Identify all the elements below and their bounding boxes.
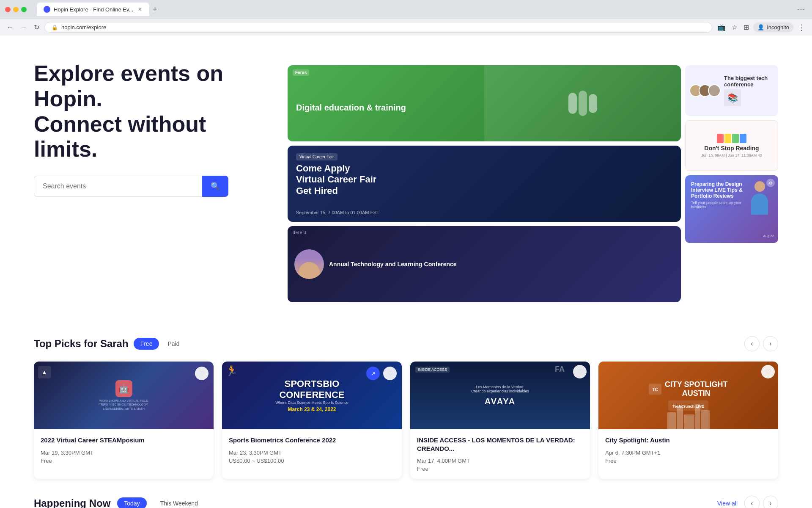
happening-now-title: Happening Now bbox=[34, 497, 110, 508]
event-card-sports[interactable]: SPORTSBIOCONFERENCE Where Data Science M… bbox=[222, 362, 402, 479]
inside-access-badge: INSIDE ACCESS bbox=[415, 367, 450, 373]
user-icon: 👤 bbox=[757, 24, 764, 30]
hero-card-digital-education[interactable]: Ferus Digital education & training bbox=[288, 65, 681, 141]
incognito-badge: 👤 Incognito bbox=[753, 22, 793, 32]
card-logo-detect: detect bbox=[293, 230, 307, 235]
hero-section: Explore events on Hopin. Connect without… bbox=[0, 36, 812, 319]
search-button[interactable]: 🔍 bbox=[202, 176, 228, 197]
browser-navigation: ← → ↻ 🔒 hopin.com/explore 📺 ☆ ⊞ 👤 Incogn… bbox=[0, 19, 812, 36]
card-sub-design-interview: Tell your people scale up your business bbox=[691, 201, 743, 209]
browser-tab[interactable]: Hopin Explore - Find Online Ev... ✕ bbox=[37, 3, 149, 16]
card-title-dont-stop: Don't Stop Reading bbox=[704, 145, 759, 152]
search-input[interactable] bbox=[34, 176, 202, 197]
card-date-career-fair: September 15, 7:00AM to 01:00AM EST bbox=[296, 210, 672, 215]
speaker-avatars bbox=[689, 84, 721, 97]
city-card-title: City Spotlight: Austin bbox=[605, 436, 771, 444]
hero-cards-left: Ferus Digital education & training bbox=[288, 65, 681, 302]
steam-logo-area: ▲ bbox=[38, 366, 51, 378]
happening-now-bar: Happening Now Today This Weekend View al… bbox=[34, 496, 778, 508]
avaya-heart-button[interactable]: ♡ bbox=[573, 365, 587, 378]
avaya-logo: AVAYA bbox=[485, 397, 516, 406]
happening-next-button[interactable]: › bbox=[763, 496, 778, 508]
city-spotlight-title: CITY SPOTLIGHTAUSTIN bbox=[665, 380, 728, 398]
hero-card-career-fair[interactable]: Virtual Career Fair Come ApplyVirtual Ca… bbox=[288, 146, 681, 222]
top-picks-section: Top Picks for Sarah Free Paid ‹ › bbox=[0, 319, 812, 487]
sports-conf-sub: Where Data Science Meets Sports Science bbox=[275, 400, 348, 405]
events-grid: 🤖 WORKSHOPS AND VIRTUAL FIELDTRIPS IN SC… bbox=[34, 362, 778, 479]
card-title-annual-tech: Annual Technology and Learning Conferenc… bbox=[329, 261, 457, 268]
card-title-career-fair: Come ApplyVirtual Career FairGet Hired bbox=[296, 163, 672, 196]
extensions-button[interactable]: ⊞ bbox=[742, 22, 751, 33]
carousel-next-button[interactable]: › bbox=[763, 336, 778, 351]
card-illustration bbox=[484, 65, 681, 141]
new-tab-button[interactable]: + bbox=[149, 3, 161, 16]
cast-button[interactable]: 📺 bbox=[716, 22, 727, 33]
carousel-controls: ‹ › bbox=[744, 336, 778, 351]
sports-heart-button[interactable]: ♡ bbox=[383, 367, 397, 380]
hero-left: Explore events on Hopin. Connect without… bbox=[34, 61, 271, 197]
page-content: Explore events on Hopin. Connect without… bbox=[0, 36, 812, 508]
tab-close-button[interactable]: ✕ bbox=[137, 6, 143, 12]
hero-card-design-interview[interactable]: ⚙ Preparing the Design Interview LIVE Ti… bbox=[685, 175, 778, 243]
minimize-traffic-light[interactable] bbox=[13, 7, 19, 12]
sports-share-button[interactable]: ↗ bbox=[366, 367, 380, 380]
avaya-subtext: Los Momentos de la Verdad:Creando experi… bbox=[464, 385, 536, 393]
city-card-price: Free bbox=[605, 458, 771, 464]
sports-card-title: Sports Biometrics Conference 2022 bbox=[229, 436, 395, 444]
card-badge-career-fair: Virtual Career Fair bbox=[296, 153, 337, 160]
address-bar[interactable]: 🔒 hopin.com/explore bbox=[44, 22, 712, 33]
forward-button[interactable]: → bbox=[19, 22, 29, 33]
browser-titlebar: Hopin Explore - Find Online Ev... ✕ + ⋯ bbox=[0, 0, 812, 19]
book-icons bbox=[717, 134, 746, 143]
book-icon: 📚 bbox=[727, 93, 738, 103]
event-card-avaya[interactable]: INSIDE ACCESS FA Los Momentos de la Verd… bbox=[410, 362, 590, 479]
back-button[interactable]: ← bbox=[5, 22, 15, 33]
event-card-image-sports: SPORTSBIOCONFERENCE Where Data Science M… bbox=[222, 362, 402, 429]
happening-tab-today[interactable]: Today bbox=[117, 497, 146, 508]
card-title-design-interview: Preparing the Design Interview LIVE Tips… bbox=[691, 181, 743, 199]
tab-title: Hopin Explore - Find Online Ev... bbox=[54, 6, 133, 13]
hero-title: Explore events on Hopin. Connect without… bbox=[34, 61, 271, 162]
filter-tab-free[interactable]: Free bbox=[134, 338, 159, 350]
close-traffic-light[interactable] bbox=[5, 7, 11, 12]
view-all-link[interactable]: View all bbox=[717, 500, 738, 507]
tab-favicon bbox=[44, 6, 50, 13]
steam-heart-button[interactable]: ♡ bbox=[195, 367, 208, 380]
steam-card-price: Free bbox=[41, 458, 207, 464]
card-date-design-interview: Aug 22 bbox=[763, 231, 774, 239]
card-person-image bbox=[294, 249, 324, 279]
hero-card-annual-tech[interactable]: detect Annual Technology and Learning Co… bbox=[288, 226, 681, 302]
tab-bar: Hopin Explore - Find Online Ev... ✕ + bbox=[37, 3, 792, 16]
filter-tab-paid[interactable]: Paid bbox=[161, 338, 186, 350]
event-card-steam[interactable]: 🤖 WORKSHOPS AND VIRTUAL FIELDTRIPS IN SC… bbox=[34, 362, 214, 479]
nav-actions: 📺 ☆ ⊞ 👤 Incognito ⋮ bbox=[716, 21, 807, 34]
search-bar: 🔍 bbox=[34, 176, 228, 197]
event-card-image-steam: 🤖 WORKSHOPS AND VIRTUAL FIELDTRIPS IN SC… bbox=[34, 362, 214, 429]
card-settings-icon: ⚙ bbox=[766, 179, 775, 187]
carousel-prev-button[interactable]: ‹ bbox=[744, 336, 760, 351]
traffic-lights bbox=[5, 7, 27, 12]
maximize-traffic-light[interactable] bbox=[21, 7, 27, 12]
happening-prev-button[interactable]: ‹ bbox=[744, 496, 760, 508]
bookmark-button[interactable]: ☆ bbox=[730, 22, 739, 33]
hero-card-dont-stop-reading[interactable]: Don't Stop Reading Jun 15, 09AM | Jun 17… bbox=[685, 120, 778, 171]
incognito-label: Incognito bbox=[767, 24, 789, 30]
happening-carousel-controls: ‹ › bbox=[744, 496, 778, 508]
lock-icon: 🔒 bbox=[52, 25, 58, 30]
avaya-card-price: Free bbox=[417, 466, 583, 472]
sports-card-date: Mar 23, 3:30PM GMT bbox=[229, 450, 395, 456]
section-title-row: Top Picks for Sarah Free Paid bbox=[34, 338, 186, 350]
refresh-button[interactable]: ↻ bbox=[32, 22, 41, 33]
section-title: Top Picks for Sarah bbox=[34, 338, 129, 350]
card-logo-ferus: Ferus bbox=[293, 69, 309, 76]
happening-tab-this-weekend[interactable]: This Weekend bbox=[154, 497, 205, 508]
avaya-card-body: INSIDE ACCESS - LOS MOMENTOS DE LA VERDA… bbox=[410, 429, 590, 479]
city-skyline-decoration bbox=[598, 404, 778, 429]
event-card-city-spotlight[interactable]: TC CITY SPOTLIGHTAUSTIN TechCrunch LIVE bbox=[598, 362, 778, 479]
steam-overlay-text: WORKSHOPS AND VIRTUAL FIELDTRIPS IN SCIE… bbox=[99, 399, 148, 410]
city-heart-button[interactable]: ♡ bbox=[761, 365, 775, 378]
event-card-image-avaya: INSIDE ACCESS FA Los Momentos de la Verd… bbox=[410, 362, 590, 429]
hero-card-biggest-tech[interactable]: The biggest tech conference 📚 bbox=[685, 65, 778, 116]
browser-menu-button[interactable]: ⋮ bbox=[796, 21, 807, 34]
minimize-window-button[interactable]: ⋯ bbox=[795, 3, 807, 16]
